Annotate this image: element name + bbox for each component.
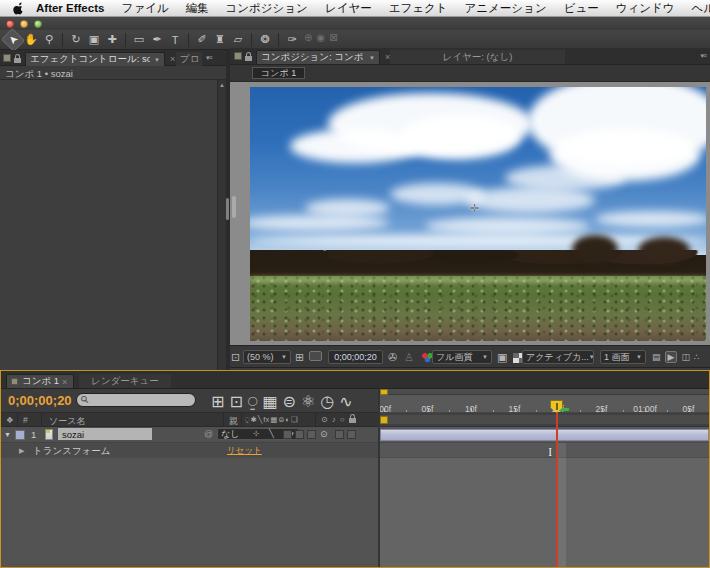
effect-controls-scrollbar[interactable]: ▲ (217, 80, 226, 370)
hand-tool[interactable]: ✋ (22, 32, 40, 48)
transform-track-row (380, 443, 709, 458)
panel-grip-icon[interactable] (3, 54, 11, 62)
motion-blur-icon[interactable]: ⊜ (283, 392, 296, 411)
work-area-start-handle[interactable] (380, 416, 388, 424)
view-options-icon[interactable]: ▤ (652, 352, 661, 362)
panel-menu-icon[interactable]: ▾≡ (206, 54, 212, 62)
transform-row[interactable]: ▶ トランスフォーム リセット (1, 443, 378, 458)
tab-composition[interactable]: コンポジション: コンポ 1 ▼ (256, 50, 380, 64)
motion-blur-switch-box[interactable] (307, 430, 316, 439)
menu-window[interactable]: ウィンドウ (616, 1, 675, 16)
frame-blending-icon[interactable]: ▦ (262, 392, 277, 411)
splitter-grip[interactable] (226, 198, 229, 220)
layer-row[interactable]: ▼ 1 sozai @ なし▼ ⊹ ╲ ⊙ (1, 427, 378, 443)
close-tab-icon[interactable]: × (62, 377, 67, 387)
parent-pick-whip-icon[interactable]: @ (204, 429, 213, 439)
graph-editor-icon[interactable]: ∿ (339, 392, 352, 411)
draft-3d-icon[interactable]: ⊡ (229, 392, 242, 411)
comp-mini-flowchart-icon[interactable]: ⊞ (211, 392, 224, 411)
target-region-icon[interactable]: ▣ (497, 351, 507, 364)
anchor-point-icon[interactable]: ✛ (470, 202, 479, 215)
camera-view-dropdown[interactable]: アクティブカ...▼ (522, 350, 594, 364)
tab-project-partial[interactable]: プロ (176, 52, 202, 66)
menu-after-effects[interactable]: After Effects (36, 2, 104, 14)
layer-duration-bar[interactable] (380, 429, 709, 441)
collapse-switch-icon[interactable]: ⊹ (253, 429, 260, 438)
fx-switch-box[interactable] (283, 430, 292, 439)
minimize-window-button[interactable] (20, 20, 28, 28)
resolution-dropdown[interactable]: フル画質▼ (432, 350, 492, 364)
playhead-line[interactable] (556, 401, 558, 567)
type-tool[interactable]: T (166, 32, 184, 48)
apple-menu-icon[interactable] (12, 2, 23, 15)
shape-tool[interactable]: ▭ (130, 32, 148, 48)
video-eye-icon[interactable]: ⊙ (320, 429, 328, 439)
transform-reset-link[interactable]: リセット (227, 445, 262, 457)
snapshot-icon[interactable]: ✇ (388, 351, 397, 364)
quality-switch-icon[interactable]: ╲ (269, 429, 274, 438)
show-snapshot-icon[interactable]: ♙ (404, 351, 414, 364)
scroll-up-icon[interactable]: ▲ (219, 82, 225, 88)
audio-switch-box[interactable] (335, 430, 344, 439)
menu-effect[interactable]: エフェクト (389, 1, 448, 16)
footage-file-icon (45, 429, 53, 440)
comp-chip[interactable]: コンポ 1 (252, 67, 305, 79)
panel-lock-icon[interactable] (14, 58, 21, 63)
menu-composition[interactable]: コンポジション (225, 1, 307, 16)
grid-guides-icon[interactable]: ⊞ (295, 351, 304, 364)
rotation-tool[interactable]: ↻ (67, 32, 85, 48)
primary-viewer-icon[interactable]: ▶ (665, 351, 678, 363)
stamp-tool[interactable]: ♜ (211, 32, 229, 48)
menu-help[interactable]: ヘルプ (692, 1, 710, 16)
brush-tool[interactable]: ✐ (193, 32, 211, 48)
panel-grip-icon[interactable] (234, 52, 242, 60)
transform-label[interactable]: トランスフォーム (33, 445, 111, 458)
always-preview-icon[interactable]: ⊡ (231, 351, 240, 363)
zoom-window-button[interactable] (34, 20, 42, 28)
menu-layer[interactable]: レイヤー (325, 1, 372, 16)
brainstorm-icon[interactable]: ⚛ (301, 392, 315, 411)
menu-file[interactable]: ファイル (121, 1, 168, 16)
mini-flowchart-icon[interactable]: ∴ (694, 352, 700, 362)
chevron-down-icon[interactable]: ▼ (154, 57, 160, 63)
close-tab-icon[interactable]: × (170, 54, 175, 64)
shy-layers-icon[interactable]: ⍜ (248, 393, 258, 411)
twirl-open-icon[interactable]: ▼ (4, 431, 11, 438)
search-field[interactable]: ⚲ (76, 393, 196, 407)
menu-animation[interactable]: アニメーション (465, 1, 547, 16)
panel-grip-icon[interactable] (11, 378, 18, 385)
current-time-display[interactable]: 0;00;00;20 (8, 393, 72, 408)
eraser-tool[interactable]: ▱ (229, 32, 247, 48)
work-area-bar[interactable] (380, 413, 709, 427)
panel-lock-icon[interactable] (245, 56, 252, 61)
auto-keyframe-icon[interactable]: ◷ (320, 392, 334, 411)
viewer-timecode-field[interactable]: 0;00;00;20 (328, 350, 383, 364)
tab-effect-controls[interactable]: エフェクトコントロール: sozai ▼ (25, 52, 165, 66)
frame-blend-switch-box[interactable] (295, 430, 304, 439)
viewer-scrollbar-handle[interactable] (232, 196, 236, 218)
tab-render-queue[interactable]: レンダーキュー (79, 374, 171, 388)
pen-tool[interactable]: ✒ (148, 32, 166, 48)
lock-switch-box[interactable] (347, 430, 356, 439)
camera-tool[interactable]: ▣ (85, 32, 103, 48)
pan-behind-tool[interactable]: ✚ (103, 32, 121, 48)
puppet-pin-tool[interactable]: ✑ (283, 32, 301, 48)
chevron-down-icon[interactable]: ▼ (369, 55, 375, 61)
tab-comp-1[interactable]: コンポ 1 × (6, 374, 74, 388)
tab-layer[interactable]: レイヤー: (なし) (390, 50, 565, 64)
footage-image[interactable]: ✛ (250, 87, 706, 341)
menu-edit[interactable]: 編集 (185, 1, 208, 16)
region-of-interest-icon[interactable] (309, 351, 322, 361)
layer-name-field[interactable]: sozai (58, 428, 152, 440)
layer-color-swatch[interactable] (15, 430, 25, 440)
menu-view[interactable]: ビュー (564, 1, 599, 16)
time-ruler[interactable]: :00f05f10f15f20f25f01:00f05f (380, 395, 709, 413)
twirl-closed-icon[interactable]: ▶ (19, 447, 24, 455)
zoom-tool[interactable]: ⚲ (40, 32, 58, 48)
roto-brush-tool[interactable]: ❂ (256, 32, 274, 48)
rulers-icon[interactable]: ◫ (681, 352, 690, 362)
panel-menu-icon[interactable]: ▾≡ (700, 52, 706, 60)
view-layout-dropdown[interactable]: 1 画面▼ (600, 350, 646, 364)
close-window-button[interactable] (6, 20, 14, 28)
zoom-level-dropdown[interactable]: (50 %)▼ (243, 350, 291, 364)
